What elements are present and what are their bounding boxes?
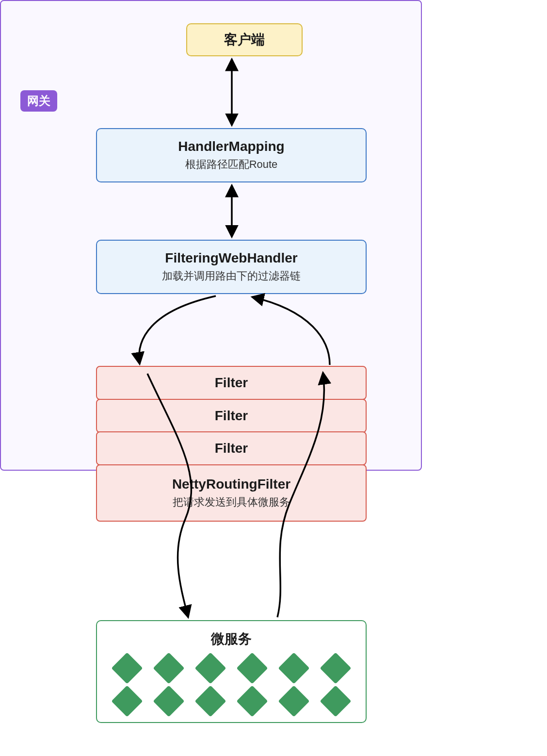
netty-routing-title: NettyRoutingFilter xyxy=(172,477,290,492)
service-instance-icon xyxy=(278,685,309,717)
filter-label: Filter xyxy=(215,408,248,424)
filter-label: Filter xyxy=(215,375,248,391)
microservice-box: 微服务 xyxy=(96,620,367,723)
handler-mapping-box: HandlerMapping 根据路径匹配Route xyxy=(96,128,367,182)
handler-mapping-title: HandlerMapping xyxy=(178,139,284,154)
netty-routing-sub: 把请求发送到具体微服务 xyxy=(173,495,290,509)
gateway-tag: 网关 xyxy=(20,90,57,112)
service-instance-icon xyxy=(278,652,309,684)
client-box: 客户端 xyxy=(186,23,303,56)
service-instance-icon xyxy=(111,685,143,717)
service-instance-icon xyxy=(111,652,143,684)
filter-label: Filter xyxy=(215,441,248,456)
filtering-web-handler-sub: 加载并调用路由下的过滤器链 xyxy=(162,269,301,283)
service-instance-icon xyxy=(236,685,268,717)
filtering-web-handler-box: FilteringWebHandler 加载并调用路由下的过滤器链 xyxy=(96,240,367,294)
service-instance-icon xyxy=(194,685,226,717)
filter-row: Filter xyxy=(96,366,367,400)
filter-row: Filter xyxy=(96,431,367,465)
service-instance-icon xyxy=(236,652,268,684)
filter-row: Filter xyxy=(96,399,367,433)
handler-mapping-sub: 根据路径匹配Route xyxy=(185,157,278,172)
microservice-instances xyxy=(116,657,347,712)
filtering-web-handler-title: FilteringWebHandler xyxy=(165,250,297,266)
service-instance-icon xyxy=(194,652,226,684)
filter-chain: Filter Filter Filter NettyRoutingFilter … xyxy=(96,366,367,522)
service-instance-icon xyxy=(320,652,351,684)
service-instance-icon xyxy=(320,685,351,717)
service-instance-icon xyxy=(153,652,184,684)
netty-routing-filter-row: NettyRoutingFilter 把请求发送到具体微服务 xyxy=(96,464,367,522)
client-label: 客户端 xyxy=(224,31,265,49)
service-instance-icon xyxy=(153,685,184,717)
microservice-title: 微服务 xyxy=(211,630,252,648)
